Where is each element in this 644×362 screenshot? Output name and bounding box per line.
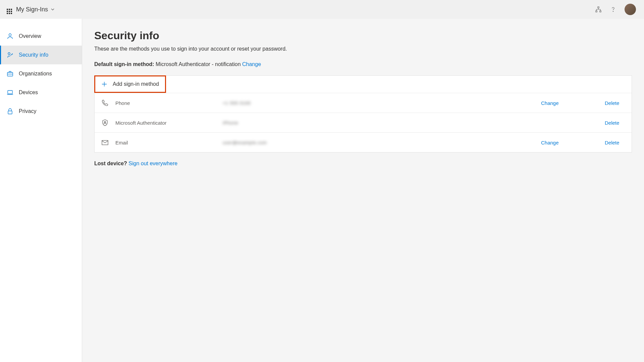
method-row-authenticator: Microsoft Authenticator iPhone Delete bbox=[95, 113, 632, 132]
sidebar-item-label: Privacy bbox=[19, 108, 36, 114]
default-method-value: Microsoft Authenticator - notification bbox=[156, 61, 240, 67]
person-icon bbox=[7, 33, 13, 40]
phone-icon bbox=[101, 99, 109, 107]
svg-rect-8 bbox=[8, 111, 12, 114]
method-value: user@example.com bbox=[223, 140, 330, 145]
method-name: Phone bbox=[115, 100, 223, 106]
sidebar-item-label: Organizations bbox=[19, 71, 52, 77]
user-avatar[interactable] bbox=[625, 4, 636, 15]
sidebar-item-label: Overview bbox=[19, 33, 41, 39]
sidebar-item-label: Devices bbox=[19, 89, 38, 96]
authenticator-icon bbox=[101, 119, 109, 126]
header: My Sign-Ins bbox=[0, 0, 644, 19]
svg-rect-0 bbox=[598, 7, 599, 8]
sidebar-item-devices[interactable]: Devices bbox=[0, 83, 82, 102]
sidebar-item-organizations[interactable]: Organizations bbox=[0, 64, 82, 83]
delete-link[interactable]: Delete bbox=[605, 100, 625, 106]
svg-point-3 bbox=[613, 11, 613, 11]
sidebar: Overview Security info Organizations D bbox=[0, 19, 82, 362]
svg-rect-7 bbox=[8, 90, 12, 94]
method-row-email: Email user@example.com Change Delete bbox=[95, 132, 632, 152]
email-icon bbox=[101, 139, 109, 146]
key-icon bbox=[7, 52, 13, 58]
lost-device-label: Lost device? bbox=[94, 161, 127, 166]
svg-rect-2 bbox=[600, 11, 601, 12]
header-left: My Sign-Ins bbox=[4, 6, 55, 13]
svg-rect-1 bbox=[596, 11, 597, 12]
sitemap-icon[interactable] bbox=[595, 6, 602, 13]
sidebar-item-security[interactable]: Security info bbox=[0, 46, 82, 64]
help-icon[interactable] bbox=[610, 6, 616, 13]
sidebar-item-label: Security info bbox=[19, 52, 48, 58]
app-title-dropdown[interactable]: My Sign-Ins bbox=[16, 6, 55, 13]
page-title: Security info bbox=[94, 29, 632, 42]
svg-point-4 bbox=[9, 34, 11, 36]
sidebar-item-overview[interactable]: Overview bbox=[0, 27, 82, 46]
page-description: These are the methods you use to sign in… bbox=[94, 46, 632, 52]
signin-methods-table: Add sign-in method Phone +1 555 0100 Cha… bbox=[94, 75, 632, 153]
briefcase-icon bbox=[7, 70, 13, 77]
change-default-link[interactable]: Change bbox=[242, 61, 261, 67]
change-link[interactable]: Change bbox=[541, 100, 561, 106]
svg-point-5 bbox=[8, 53, 10, 55]
app-launcher-icon[interactable] bbox=[4, 6, 11, 13]
lock-icon bbox=[7, 108, 13, 115]
method-value: iPhone bbox=[223, 120, 330, 125]
app-title-label: My Sign-Ins bbox=[16, 6, 48, 13]
header-right bbox=[595, 4, 640, 15]
svg-point-9 bbox=[104, 121, 106, 123]
delete-link[interactable]: Delete bbox=[605, 140, 625, 145]
change-link bbox=[541, 120, 561, 126]
laptop-icon bbox=[7, 89, 13, 96]
delete-link[interactable]: Delete bbox=[605, 120, 625, 126]
main-content: Security info These are the methods you … bbox=[82, 19, 644, 362]
sidebar-item-privacy[interactable]: Privacy bbox=[0, 102, 82, 121]
chevron-down-icon bbox=[51, 7, 55, 11]
method-name: Email bbox=[115, 140, 223, 145]
change-link[interactable]: Change bbox=[541, 140, 561, 145]
method-value: +1 555 0100 bbox=[223, 101, 330, 106]
default-signin-method: Default sign-in method: Microsoft Authen… bbox=[94, 61, 632, 67]
add-signin-method-button[interactable]: Add sign-in method bbox=[94, 75, 166, 93]
method-name: Microsoft Authenticator bbox=[115, 120, 223, 126]
add-method-label: Add sign-in method bbox=[113, 81, 159, 87]
default-method-label: Default sign-in method: bbox=[94, 61, 154, 67]
lost-device-section: Lost device? Sign out everywhere bbox=[94, 161, 632, 167]
method-row-phone: Phone +1 555 0100 Change Delete bbox=[95, 93, 632, 113]
sign-out-everywhere-link[interactable]: Sign out everywhere bbox=[128, 161, 177, 166]
plus-icon bbox=[101, 81, 107, 87]
